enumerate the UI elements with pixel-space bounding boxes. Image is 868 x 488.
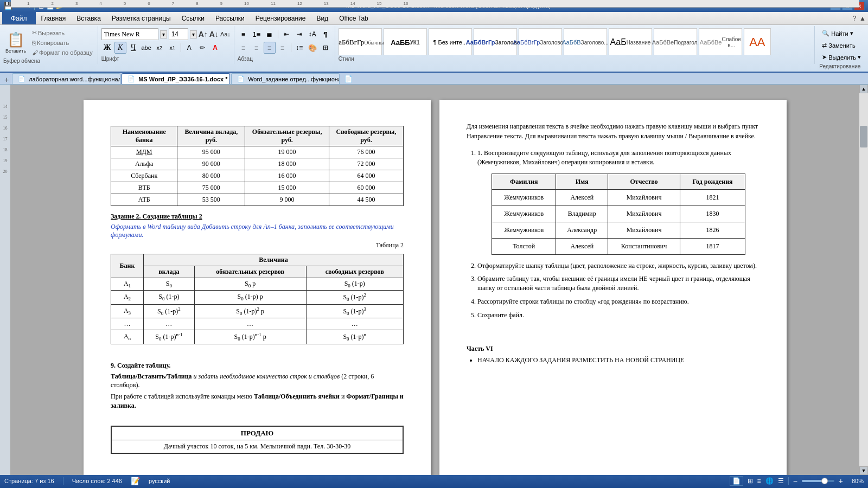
copy-button[interactable]: ⎘ Копировать	[30, 38, 94, 47]
list-item: НАЧАЛО КАЖДОГО ЗАДАНИЯ РАЗМЕСТИТЬ НА НОВ…	[477, 356, 760, 364]
style-subtitle[interactable]: АаБбВеПодзагол.	[654, 28, 697, 55]
justify-button[interactable]: ≡	[277, 42, 289, 54]
font-shrink-button[interactable]: A↓	[209, 30, 219, 38]
increase-indent-button[interactable]: ⇥	[293, 28, 305, 40]
view-reading-button[interactable]: ≡	[757, 477, 761, 485]
tab-lab[interactable]: 📄 лабораторная word...функциональности] …	[12, 73, 120, 84]
table-row: вклада обязательных резервов свободных р…	[111, 266, 404, 278]
left-ruler: 14 15 16 17 18 19 20	[0, 85, 11, 475]
decrease-indent-button[interactable]: ⇤	[280, 28, 292, 40]
minimize-ribbon-icon[interactable]: ▲	[859, 15, 866, 22]
words-label: Число слов: 2 446	[72, 478, 122, 484]
borders-button[interactable]: ⊞	[320, 42, 331, 54]
table-row: А3 S0 (1-p)2 S0 (1-p)2 p S0 (1-p)3	[111, 304, 404, 318]
language-status: русский	[149, 478, 170, 484]
menu-file[interactable]: Файл	[2, 12, 36, 24]
page-status: Страница: 7 из 16	[4, 478, 54, 484]
align-center-button[interactable]: ≡	[251, 42, 263, 54]
multilevel-button[interactable]: ≣	[264, 28, 276, 40]
help-icon[interactable]: ?	[852, 15, 856, 22]
menu-insert[interactable]: Вставка	[71, 12, 106, 24]
table-row: ВТБ 75 000 15 000 60 000	[111, 182, 404, 194]
show-hide-button[interactable]: ¶	[320, 28, 331, 40]
menu-office-tab[interactable]: Office Tab	[334, 12, 374, 24]
menu-mailings[interactable]: Рассылки	[210, 12, 250, 24]
table-formula: Банк Величина вклада обязательных резерв…	[111, 254, 404, 344]
table2-caption: Таблица 2	[111, 241, 404, 249]
tab-new-doc[interactable]: 📄	[341, 74, 356, 84]
scroll-thumb[interactable]	[860, 126, 867, 147]
bullets-button[interactable]: ≡	[238, 28, 250, 40]
font-grow-button[interactable]: A↑	[199, 30, 208, 38]
highlight-button[interactable]: ✏	[196, 42, 208, 54]
font-name-input[interactable]	[101, 28, 158, 40]
menu-bar: Файл Главная Вставка Разметка страницы С…	[0, 12, 868, 25]
right-scrollbar[interactable]: ▲ ▼	[859, 85, 868, 475]
font-name-dropdown[interactable]: ▾	[160, 30, 167, 38]
replace-button[interactable]: ⇄ Заменить	[819, 40, 864, 50]
subscript-button[interactable]: x2	[154, 42, 165, 54]
style-title[interactable]: АаБНазвание	[609, 28, 652, 55]
zoom-in-button[interactable]: +	[839, 477, 843, 485]
ribbon: 📋 Вставить ✂ Вырезать ⎘ Копировать 🖌 Фор…	[0, 25, 868, 73]
font-color-button[interactable]: A	[209, 42, 221, 54]
scroll-up-button[interactable]: ▲	[859, 85, 868, 93]
table-row: МДМ 95 000 19 000 76 000	[111, 146, 404, 158]
table-row: Жемчужников Владимир Михайлович 1830	[492, 206, 745, 222]
menu-page-layout[interactable]: Разметка страницы	[106, 12, 176, 24]
intro-text: Для изменения направления текста в ячейк…	[467, 121, 760, 141]
format-painter-button[interactable]: 🖌 Формат по образцу	[30, 48, 94, 57]
paste-button[interactable]: 📋 Вставить	[3, 30, 28, 55]
superscript-button[interactable]: x1	[167, 42, 178, 54]
zoom-level: 80%	[847, 478, 864, 484]
word-count: Число слов: 2 446	[72, 478, 122, 484]
style-uk1[interactable]: АаББУК1	[384, 28, 427, 55]
font-size-input[interactable]	[169, 28, 188, 40]
style-heading3[interactable]: АаБбВЗаголово...	[564, 28, 607, 55]
content-area: 14 15 16 17 18 19 20 1234567891011121314…	[0, 85, 868, 475]
cut-button[interactable]: ✂ Вырезать	[30, 28, 94, 37]
bold-button[interactable]: Ж	[101, 42, 113, 54]
list-item: Обрамите таблицу так, чтобы внешние её г…	[477, 274, 760, 293]
new-tab-icon[interactable]: +	[2, 75, 11, 84]
tab-lab-label: лабораторная word...функциональности]	[29, 76, 120, 82]
font-size-dropdown[interactable]: ▾	[190, 30, 197, 38]
style-change-styles[interactable]: AA	[744, 28, 771, 55]
text-effects-button[interactable]: A	[183, 42, 195, 54]
tab-main[interactable]: 📄 MS Word_ЛР_ЭЭ36-16-1.docx * ✕	[122, 73, 230, 84]
table-row: Сбербанк 80 000 16 000 64 000	[111, 170, 404, 182]
numbering-button[interactable]: 1≡	[251, 28, 263, 40]
view-outline-button[interactable]: ☰	[778, 477, 784, 485]
view-print-button[interactable]: 📄	[730, 476, 743, 486]
shading-button[interactable]: 🎨	[307, 42, 318, 54]
find-button[interactable]: 🔍 Найти ▾	[819, 28, 864, 38]
tab-task[interactable]: 📄 Word_задание отред...функциональности]…	[231, 73, 340, 84]
select-button[interactable]: ➤ Выделить ▾	[819, 52, 864, 62]
change-case-button[interactable]: Aa↓	[220, 31, 231, 37]
scroll-down-button[interactable]: ▼	[859, 466, 868, 475]
zoom-out-button[interactable]: −	[793, 477, 797, 485]
proofing-icon[interactable]: 📝	[131, 477, 140, 485]
menu-references[interactable]: Ссылки	[176, 12, 210, 24]
style-normal[interactable]: АаБбВгГрОбычный	[339, 28, 382, 55]
view-web-button[interactable]: 🌐	[765, 477, 774, 485]
sort-button[interactable]: ↕A	[307, 28, 318, 40]
menu-review[interactable]: Рецензирование	[250, 12, 311, 24]
underline-button[interactable]: Ч	[127, 42, 139, 54]
task2-italic: Оформить в Word таблицу вида Добавить ст…	[111, 223, 404, 239]
style-heading2[interactable]: АаБбВгГрЗаголово...	[519, 28, 562, 55]
table-row: АТБ 53 500 9 000 44 500	[111, 194, 404, 206]
italic-button[interactable]: К	[114, 42, 126, 54]
line-spacing-button[interactable]: ↕≡	[293, 42, 305, 54]
view-fullscreen-button[interactable]: ⊞	[748, 477, 753, 485]
align-right-button[interactable]: ≡	[264, 42, 276, 54]
menu-view[interactable]: Вид	[311, 12, 334, 24]
style-heading1[interactable]: АаБбВгГрЗаголово...	[474, 28, 517, 55]
strikethrough-button[interactable]: abe	[141, 42, 152, 54]
zoom-slider[interactable]	[802, 480, 834, 482]
menu-home[interactable]: Главная	[36, 12, 72, 24]
align-left-button[interactable]: ≡	[238, 42, 250, 54]
style-subtle[interactable]: АаБбВеСлабое в...	[699, 28, 742, 55]
list-item: Сохраните файл.	[477, 311, 760, 320]
pages-area[interactable]: 12345678910111213141516 Наименование бан…	[11, 85, 859, 475]
